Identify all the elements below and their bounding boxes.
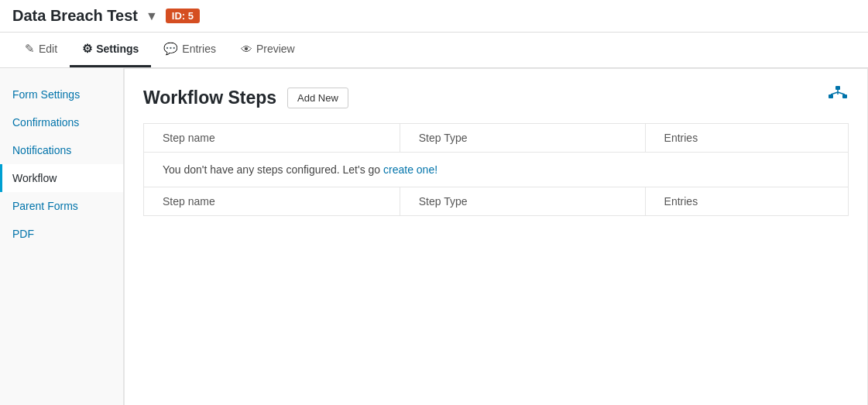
workflow-diagram-icon — [827, 84, 849, 111]
col-step-type: Step Type — [400, 124, 645, 153]
create-one-link[interactable]: create one! — [383, 163, 437, 176]
sidebar-item-confirmations[interactable]: Confirmations — [0, 108, 123, 136]
svg-rect-2 — [842, 94, 847, 98]
sidebar-item-confirmations-label: Confirmations — [12, 116, 79, 129]
table-header-row: Step name Step Type Entries — [144, 124, 849, 153]
tab-preview[interactable]: 👁 Preview — [228, 33, 307, 67]
sidebar-item-form-settings-label: Form Settings — [12, 88, 80, 101]
footer-col-step-type: Step Type — [400, 187, 645, 216]
empty-message-cell: You don't have any steps configured. Let… — [144, 153, 849, 187]
svg-rect-0 — [835, 86, 840, 90]
sidebar-item-pdf[interactable]: PDF — [0, 220, 123, 248]
col-step-name: Step name — [144, 124, 400, 153]
settings-icon: ⚙ — [82, 42, 92, 56]
svg-line-5 — [838, 92, 845, 94]
svg-line-4 — [831, 92, 838, 94]
sidebar-item-notifications[interactable]: Notifications — [0, 136, 123, 164]
steps-table: Step name Step Type Entries You don't ha… — [143, 123, 849, 216]
svg-rect-1 — [829, 94, 833, 98]
form-id-badge: ID: 5 — [166, 9, 200, 23]
empty-message-row: You don't have any steps configured. Let… — [144, 153, 849, 187]
add-new-button[interactable]: Add New — [287, 88, 348, 108]
empty-message-text: You don't have any steps configured. Let… — [163, 163, 383, 176]
edit-icon: ✎ — [25, 42, 35, 56]
dropdown-chevron-icon[interactable]: ▼ — [146, 9, 158, 23]
page-heading: Workflow Steps Add New — [143, 84, 849, 111]
tab-edit-label: Edit — [39, 43, 57, 55]
sidebar: Form Settings Confirmations Notification… — [0, 68, 124, 405]
main-layout: Form Settings Confirmations Notification… — [0, 68, 868, 405]
tab-settings[interactable]: ⚙ Settings — [70, 33, 151, 67]
sidebar-item-parent-forms-label: Parent Forms — [12, 200, 78, 212]
tab-nav: ✎ Edit ⚙ Settings 💬 Entries 👁 Preview — [0, 33, 868, 68]
sidebar-item-pdf-label: PDF — [12, 228, 34, 240]
col-entries: Entries — [645, 124, 848, 153]
top-bar: Data Breach Test ▼ ID: 5 — [0, 0, 868, 33]
tab-settings-label: Settings — [96, 43, 139, 55]
tab-entries[interactable]: 💬 Entries — [151, 33, 228, 67]
form-title: Data Breach Test — [12, 7, 138, 25]
page-title: Workflow Steps — [143, 88, 276, 108]
footer-col-step-name: Step name — [144, 187, 400, 216]
sidebar-item-parent-forms[interactable]: Parent Forms — [0, 192, 123, 220]
sidebar-item-notifications-label: Notifications — [12, 144, 71, 156]
page-heading-left: Workflow Steps Add New — [143, 88, 348, 108]
tab-edit[interactable]: ✎ Edit — [12, 33, 70, 67]
content-area: Workflow Steps Add New Step name — [124, 68, 868, 405]
table-footer-row: Step name Step Type Entries — [144, 187, 849, 216]
sidebar-item-workflow-label: Workflow — [12, 172, 57, 184]
sidebar-item-workflow[interactable]: Workflow — [0, 164, 123, 192]
sidebar-item-form-settings[interactable]: Form Settings — [0, 81, 123, 108]
footer-col-entries: Entries — [645, 187, 848, 216]
preview-icon: 👁 — [241, 43, 252, 56]
tab-preview-label: Preview — [256, 43, 295, 55]
entries-icon: 💬 — [163, 42, 178, 56]
tab-entries-label: Entries — [182, 43, 216, 55]
